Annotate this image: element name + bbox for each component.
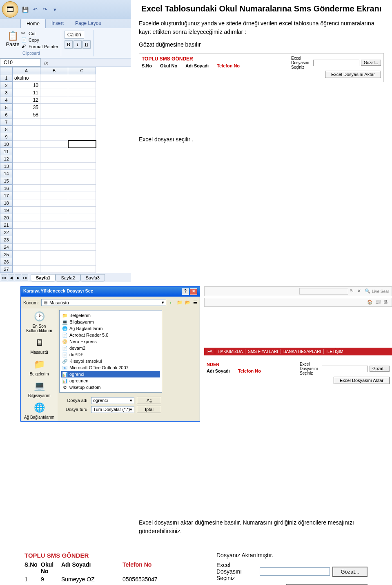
font-name-combo[interactable]: Calibri xyxy=(65,31,84,39)
cell[interactable] xyxy=(68,133,96,141)
row-header[interactable]: 16 xyxy=(0,185,13,192)
nav-item[interactable]: SMS FİYATLARI xyxy=(248,349,281,354)
cell[interactable] xyxy=(13,133,40,141)
sheet-nav-first[interactable]: ⏮ xyxy=(1,275,7,281)
cell[interactable] xyxy=(68,170,96,177)
row-header[interactable]: 21 xyxy=(0,221,13,229)
new-folder-icon[interactable]: 📂 xyxy=(185,300,191,305)
cell[interactable] xyxy=(40,185,68,192)
cell[interactable] xyxy=(40,148,68,155)
cell[interactable] xyxy=(13,126,40,133)
row-header[interactable]: 11 xyxy=(0,148,13,155)
cell[interactable] xyxy=(13,163,40,170)
place-recent[interactable]: 🕑En Son Kullandıklarım xyxy=(22,310,56,333)
row-header[interactable]: 20 xyxy=(0,214,13,221)
file-item[interactable]: 📊ogretmen xyxy=(61,377,160,384)
cell[interactable] xyxy=(13,177,40,185)
help-button[interactable]: ? xyxy=(182,288,189,295)
cell[interactable] xyxy=(68,251,96,258)
italic-button[interactable]: I xyxy=(74,40,82,49)
place-documents[interactable]: 📁Belgelerim xyxy=(29,358,49,376)
file-item[interactable]: 📀Nero Express xyxy=(61,338,160,345)
row-header[interactable]: 8 xyxy=(0,126,13,133)
row-header[interactable]: 25 xyxy=(0,251,13,258)
row-header[interactable]: 9 xyxy=(0,133,13,141)
cell[interactable] xyxy=(68,74,96,82)
copy-button[interactable]: 📄Copy xyxy=(21,37,58,43)
row-header[interactable]: 13 xyxy=(0,163,13,170)
qat-dropdown-icon[interactable]: ▾ xyxy=(51,6,58,13)
location-combo[interactable]: 🖥 Masaüstü ▾ xyxy=(41,299,166,306)
place-computer[interactable]: 💻Bilgisayarım xyxy=(28,380,50,398)
browse-button[interactable]: Gözat... xyxy=(361,60,381,66)
place-desktop[interactable]: 🖥Masaüstü xyxy=(30,336,48,355)
cell[interactable]: 58 xyxy=(13,111,40,118)
col-header[interactable]: A xyxy=(13,67,40,74)
cell[interactable] xyxy=(40,96,68,104)
cell[interactable] xyxy=(40,141,68,148)
col-header[interactable]: B xyxy=(40,67,68,74)
row-header[interactable]: 5 xyxy=(0,104,13,111)
cell[interactable] xyxy=(40,243,68,251)
cell[interactable] xyxy=(40,74,68,82)
file-item[interactable]: 📄doPDF xyxy=(61,351,160,358)
tab-pagelayout[interactable]: Page Layou xyxy=(69,19,107,28)
filename-input[interactable]: ogrenci ▾ xyxy=(91,397,134,404)
cell[interactable] xyxy=(68,192,96,199)
cell[interactable] xyxy=(40,266,68,273)
cell[interactable] xyxy=(13,155,40,163)
cell[interactable] xyxy=(13,199,40,207)
tab-home[interactable]: Home xyxy=(20,19,46,28)
cell[interactable] xyxy=(40,82,68,89)
transfer-button[interactable]: Excel Dosyasını Aktar xyxy=(334,377,390,384)
cell[interactable] xyxy=(68,155,96,163)
file-item[interactable]: 🔗Kısayol smsokul xyxy=(61,358,160,364)
row-header[interactable]: 15 xyxy=(0,177,13,185)
browse-button[interactable]: Gözat... xyxy=(370,366,390,372)
views-icon[interactable]: ☰ xyxy=(193,300,197,305)
fx-icon[interactable]: fx xyxy=(41,60,51,66)
file-item[interactable]: 🌐Ağ Bağlantılarım xyxy=(61,325,160,332)
row-header[interactable]: 23 xyxy=(0,236,13,243)
row-header[interactable]: 4 xyxy=(0,96,13,104)
cell[interactable] xyxy=(68,118,96,126)
cell[interactable] xyxy=(68,185,96,192)
cell[interactable] xyxy=(40,89,68,96)
cell[interactable] xyxy=(40,118,68,126)
home-icon[interactable]: 🏠 xyxy=(367,299,373,305)
cell[interactable] xyxy=(68,258,96,266)
file-item[interactable]: 💻Bilgisayarım xyxy=(61,319,160,325)
cell[interactable] xyxy=(68,104,96,111)
cell[interactable] xyxy=(13,148,40,155)
cell[interactable]: okulno xyxy=(13,74,40,82)
cell[interactable] xyxy=(68,96,96,104)
row-header[interactable]: 6 xyxy=(0,111,13,118)
save-icon[interactable]: 💾 xyxy=(22,6,29,13)
cell[interactable] xyxy=(68,111,96,118)
file-item[interactable]: 📁Belgelerim xyxy=(61,312,160,319)
sheet-nav-next[interactable]: ▶ xyxy=(15,275,21,281)
sheet-tab[interactable]: Sayfa2 xyxy=(56,274,80,281)
cell[interactable] xyxy=(13,221,40,229)
cell[interactable] xyxy=(68,89,96,96)
up-icon[interactable]: 📁 xyxy=(177,300,183,305)
row-header[interactable]: 22 xyxy=(0,229,13,236)
cell[interactable] xyxy=(68,126,96,133)
cell[interactable] xyxy=(13,185,40,192)
name-box[interactable]: C10 xyxy=(0,58,41,67)
cell[interactable] xyxy=(40,207,68,214)
undo-icon[interactable]: ↶ xyxy=(31,6,39,13)
close-button[interactable]: ✕ xyxy=(190,288,197,295)
file-item[interactable]: 📄Acrobat Reader 5.0 xyxy=(61,332,160,338)
transfer-button[interactable]: Excel Dosyasını Aktar xyxy=(325,71,381,78)
cell[interactable] xyxy=(13,243,40,251)
cell[interactable] xyxy=(13,118,40,126)
format-painter-button[interactable]: 🖌Format Painter xyxy=(21,44,58,49)
row-header[interactable]: 3 xyxy=(0,89,13,96)
place-network[interactable]: 🌐Ağ Bağlantılarım xyxy=(24,401,54,420)
nav-item[interactable]: FA xyxy=(207,349,215,354)
cell[interactable] xyxy=(68,199,96,207)
cell[interactable] xyxy=(40,251,68,258)
row-header[interactable]: 1 xyxy=(0,74,13,82)
cell[interactable] xyxy=(40,236,68,243)
